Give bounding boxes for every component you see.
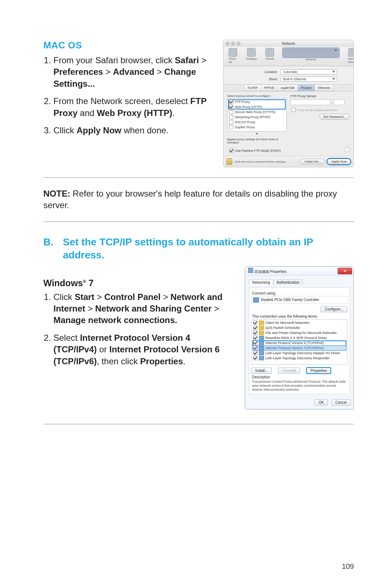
checkbox-icon[interactable] bbox=[253, 336, 257, 340]
checkbox-icon[interactable] bbox=[229, 100, 233, 104]
proxy-list[interactable]: FTP Proxy Web Proxy (HTTP) Secure Web Pr… bbox=[227, 98, 287, 132]
ftp-server-label: FTP Proxy Server bbox=[290, 94, 350, 98]
checkbox-icon[interactable] bbox=[253, 341, 257, 345]
show-select[interactable]: Built-in Ethernet bbox=[281, 77, 337, 82]
macos-heading: MAC OS bbox=[43, 40, 212, 51]
checkbox-icon[interactable] bbox=[229, 120, 233, 124]
toolbar-sound[interactable]: Sound bbox=[265, 48, 274, 64]
assist-button[interactable]: Assist me... bbox=[300, 159, 325, 164]
checkbox-icon[interactable] bbox=[229, 149, 234, 153]
checkbox-icon[interactable] bbox=[253, 351, 257, 355]
divider bbox=[43, 222, 354, 222]
proxy-list-label: Select a proxy server to configure: bbox=[227, 94, 287, 98]
checkbox-icon[interactable] bbox=[229, 125, 233, 129]
windows-step-2: Select Internet Protocol Version 4 (TCP/… bbox=[53, 332, 234, 367]
checkbox-icon[interactable] bbox=[253, 356, 257, 360]
components-list[interactable]: Client for Microsoft Networks QoS Packet… bbox=[251, 319, 347, 365]
checkbox-icon[interactable] bbox=[229, 115, 233, 119]
item-web-proxy: Web Proxy (HTTP) bbox=[235, 105, 262, 109]
toolbar-showall[interactable]: Show All bbox=[229, 48, 237, 64]
tab-appletalk[interactable]: AppleTalk bbox=[277, 85, 298, 91]
item-ftp-proxy: FTP Proxy bbox=[235, 100, 250, 104]
disk-icon bbox=[348, 48, 354, 57]
uninstall-button[interactable]: Uninstall bbox=[278, 368, 300, 374]
windows-steps: Click Start > Control Panel > Network an… bbox=[43, 291, 234, 367]
cancel-button[interactable]: Cancel bbox=[332, 399, 351, 405]
manual-page: MAC OS From your Safari browser, click S… bbox=[0, 0, 390, 588]
checkbox-icon[interactable] bbox=[253, 331, 257, 335]
macos-step-3: Cllick Apply Now when done. bbox=[53, 125, 212, 136]
macos-step-2: From the Network screen, deselect FTP Pr… bbox=[53, 95, 212, 119]
windows-heading: Windows® 7 bbox=[43, 278, 234, 288]
tab-proxies[interactable]: Proxies bbox=[298, 85, 315, 91]
help-icon[interactable]: ? bbox=[344, 146, 350, 152]
page-number: 109 bbox=[342, 562, 354, 571]
tab-tcpip[interactable]: TCP/IP bbox=[244, 85, 261, 91]
tab-pppoe[interactable]: PPPoE bbox=[261, 85, 278, 91]
checkbox-icon[interactable] bbox=[291, 108, 295, 112]
location-select[interactable]: Automatic bbox=[281, 69, 337, 74]
nic-icon bbox=[253, 297, 259, 302]
lock-icon[interactable] bbox=[226, 158, 232, 165]
adapter-box: Realtek PCIe GBE Family Controller bbox=[251, 296, 347, 304]
tab-authentication[interactable]: Authentication bbox=[273, 279, 303, 285]
service-icon bbox=[259, 326, 264, 330]
service-icon bbox=[259, 331, 264, 335]
client-icon bbox=[259, 321, 264, 325]
note-text: NOTE: Refer to your browser's help featu… bbox=[43, 188, 354, 211]
dialog-title: 區域連線 Properties bbox=[255, 270, 286, 274]
toolbar-displays[interactable]: Displays bbox=[246, 48, 257, 64]
show-label: Show: bbox=[269, 77, 278, 81]
toolbar-startup[interactable]: Startup Disk bbox=[348, 48, 354, 64]
speaker-icon bbox=[265, 48, 274, 57]
macos-steps: From your Safari browser, click Safari >… bbox=[43, 55, 212, 136]
toolbar-network[interactable]: Network bbox=[283, 48, 339, 64]
location-label: Location: bbox=[264, 70, 278, 74]
set-password-button[interactable]: Set Password... bbox=[319, 114, 350, 120]
globe-icon bbox=[283, 48, 339, 57]
pasv-label: Use Passive FTP Mode (PASV) bbox=[235, 149, 281, 153]
checkbox-icon[interactable] bbox=[253, 346, 257, 350]
checkbox-icon[interactable] bbox=[229, 105, 233, 109]
macos-section: MAC OS From your Safari browser, click S… bbox=[43, 40, 354, 167]
chevron-down-icon[interactable]: ▼ bbox=[227, 132, 287, 136]
checkbox-icon[interactable] bbox=[253, 321, 257, 325]
mac-network-screenshot: Network Show All Displays Sound Network … bbox=[223, 40, 354, 167]
proxy-host-input[interactable] bbox=[290, 99, 331, 105]
connect-using-label: Connect using: bbox=[252, 291, 347, 295]
proxy-port-input[interactable] bbox=[334, 99, 344, 105]
checkbox-icon[interactable] bbox=[229, 110, 233, 114]
window-title: Network bbox=[224, 42, 354, 46]
display-icon bbox=[247, 48, 256, 57]
require-password-label: Proxy server requires password bbox=[297, 108, 337, 112]
protocol-icon bbox=[259, 336, 264, 340]
protocol-icon bbox=[259, 356, 264, 360]
grid-icon bbox=[229, 48, 237, 57]
divider bbox=[43, 177, 354, 178]
close-button[interactable]: ✕ bbox=[338, 268, 352, 274]
macos-step-1: From your Safari browser, click Safari >… bbox=[53, 55, 212, 90]
ok-button[interactable]: OK bbox=[315, 399, 328, 405]
item-streaming: Streaming Proxy (RTSP) bbox=[235, 115, 270, 119]
properties-button[interactable]: Properties bbox=[307, 368, 331, 374]
lock-label: Click the lock to prevent further change… bbox=[234, 160, 287, 163]
prefs-toolbar: Show All Displays Sound Network Startup … bbox=[224, 47, 354, 66]
description-label: Description bbox=[252, 375, 347, 379]
divider bbox=[43, 424, 354, 424]
checkbox-icon[interactable] bbox=[253, 326, 257, 330]
apply-now-button[interactable]: Apply Now bbox=[327, 159, 351, 164]
windows-step-1: Click Start > Control Panel > Network an… bbox=[53, 291, 234, 326]
items-label: This connection uses the following items… bbox=[252, 314, 347, 318]
bypass-label: Bypass proxy settings for these Hosts & … bbox=[227, 138, 287, 144]
item-gopher: Gopher Proxy bbox=[235, 125, 255, 129]
section-b-letter: B. bbox=[43, 236, 53, 262]
section-b: B. Set the TCP/IP settings to automatica… bbox=[43, 236, 354, 410]
windows-properties-screenshot: 區域連線 Properties ✕ Networking Authenticat… bbox=[245, 266, 354, 410]
install-button[interactable]: Install... bbox=[251, 368, 272, 374]
protocol-icon bbox=[259, 341, 264, 345]
tab-ethernet[interactable]: Ethernet bbox=[315, 85, 333, 91]
tab-networking[interactable]: Networking bbox=[249, 279, 273, 285]
item-socks: SOCKS Proxy bbox=[235, 120, 255, 124]
selected-item-ipv4[interactable]: Internet Protocol Version 4 (TCP/IPv4) bbox=[252, 345, 346, 351]
configure-button[interactable]: Configure... bbox=[321, 306, 347, 312]
